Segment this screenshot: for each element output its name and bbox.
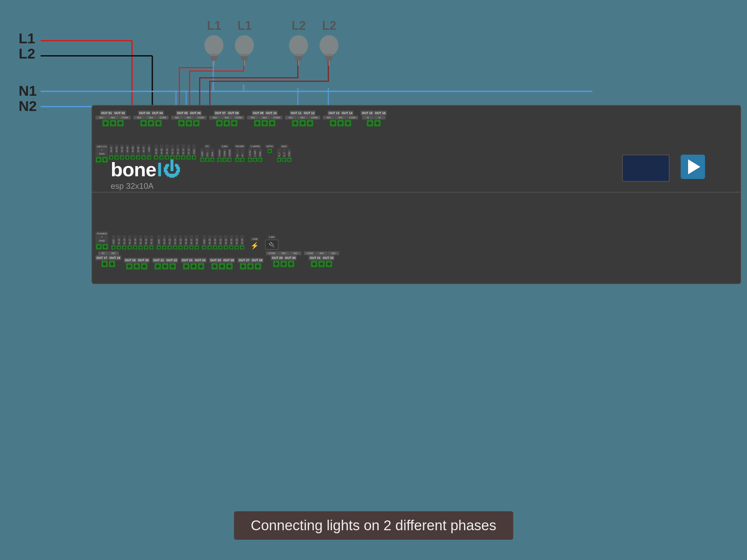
adc-group: ADC A_1 A_2 GND — [277, 144, 292, 162]
out-06-label: OUT 06 — [189, 111, 202, 115]
controller-box: OUT 01 OUT 02 NO NO COM OUT 03 — [91, 105, 741, 284]
out-04-label: OUT 04 — [151, 111, 164, 115]
i2c-group: I²C GND SCL SDA — [200, 144, 215, 162]
bulb-L1-2: L1 — [232, 19, 257, 66]
screw-group-03 — [140, 120, 162, 127]
in-pins-08-14: IN 08 IN 09 IN 10 IN 11 IN 12 IN 13 IN 1… — [154, 144, 196, 160]
caption-box: Connecting lights on 2 different phases — [234, 511, 513, 540]
top-output-section: OUT 01 OUT 02 NO NO COM OUT 03 — [92, 109, 741, 128]
no-label-1: NO — [95, 116, 107, 119]
svg-rect-23 — [295, 54, 302, 57]
label-L2: L2 — [19, 46, 35, 62]
in-pins-29-35: VDD IN 29 IN 30 IN 31 IN 32 IN 33 IN 34 … — [202, 235, 244, 250]
bulb-L2-1: L2 — [286, 19, 311, 66]
out-05-label: OUT 05 — [176, 111, 189, 115]
play-button[interactable] — [681, 155, 705, 179]
bulb-label-L1-2: L1 — [237, 19, 251, 33]
logo-bone: bone — [111, 158, 156, 181]
one-wire-group: 1-WIRE +3.5V 1-WR. GND — [248, 144, 263, 162]
no-label-3: NO — [133, 116, 145, 119]
in-pin-06: IN 06 — [136, 144, 140, 160]
bulb-L1-1: L1 — [201, 19, 227, 66]
gpio-group: GPIO — [265, 144, 274, 153]
out-group-03-04: OUT 03 OUT 04 NO NO COM — [133, 111, 169, 127]
out-group-25-26: OUT 25 OUT 26 — [209, 251, 235, 270]
logo-area: bone I ⏻ esp 32x10A — [111, 158, 180, 191]
svg-rect-20 — [242, 59, 247, 61]
bulb-L2-2: L2 — [316, 19, 342, 66]
label-N1: N1 — [19, 83, 37, 99]
svg-point-16 — [235, 35, 254, 55]
out-group-01-02: OUT 01 OUT 02 NO NO COM — [95, 111, 131, 127]
bulb-label-L2-2: L2 — [322, 19, 336, 33]
in-pins-22-28: VDD IN 22 IN 23 IN 24 IN 25 IN 26 IN 27 … — [156, 235, 199, 250]
out-group-05-06: OUT 05 OUT 06 NO NO COM — [171, 111, 206, 127]
svg-rect-14 — [211, 59, 217, 61]
power-group: POWER+GND — [95, 231, 108, 250]
out-group-09-10: OUT 09 OUT 10 NO NO COM — [247, 111, 282, 127]
in-pin-04: IN 04 — [125, 144, 130, 160]
label-N2: N2 — [19, 98, 37, 114]
svg-rect-32 — [326, 59, 332, 61]
out-group-17-18: IO NC OUT 17 OUT 18 — [95, 251, 121, 270]
play-icon — [688, 159, 700, 174]
logo-model: esp 32x10A — [111, 181, 180, 191]
middle-divider — [92, 192, 741, 193]
logo-power-icon: ⏻ — [163, 159, 180, 180]
svg-point-28 — [320, 35, 338, 55]
no-label-4: NO — [145, 116, 157, 119]
in-pin-01: IN 01 — [109, 144, 113, 160]
bulb-icon-1 — [201, 33, 227, 66]
no-label-2: NO — [107, 116, 119, 119]
oled-display — [622, 155, 669, 182]
in-pin-02: IN 02 — [114, 144, 119, 160]
output-label-row: OUT 01 OUT 02 NO NO COM OUT 03 — [95, 111, 737, 127]
out-group-07-08: OUT 07 OUT 08 NO NO COM — [209, 111, 244, 127]
in-pin-03: IN 03 — [119, 144, 124, 160]
svg-point-22 — [289, 35, 308, 55]
bottom-section: IO NC OUT 17 OUT 18 OUT 19 OUT 20 — [92, 216, 741, 284]
lan-port: LAN 🔌 — [265, 235, 279, 250]
out-group-13-14: OUT 13 OUT 14 NO NO COM — [323, 111, 358, 127]
top-terminal-strip — [91, 94, 747, 106]
usb-port: USB ⚡ — [250, 237, 259, 250]
bulb-label-L1-1: L1 — [207, 19, 221, 33]
svg-rect-26 — [296, 59, 301, 61]
out-group-31-32: COM NO NO OUT 31 OUT 32 — [304, 251, 339, 270]
logo-text: bone I ⏻ — [111, 158, 180, 181]
out-group-29-30: COM NO NO OUT 29 OUT 30 — [266, 251, 301, 270]
bulb-icon-4 — [316, 33, 342, 66]
out-03-label: OUT 03 — [138, 111, 151, 115]
svg-rect-17 — [241, 54, 248, 57]
in-pins-01-07: IN 01 IN 02 IN 03 IN 04 IN 05 IN 06 — [109, 144, 151, 160]
in-pins-15-21: VDD IN 15 IN 16 IN 17 IN 18 IN 19 IN 20 … — [111, 235, 154, 250]
vdd-pin-1: VDD — [147, 144, 151, 160]
svg-rect-11 — [211, 54, 217, 57]
bulb-icon-2 — [232, 33, 257, 66]
com-label-31: COM — [304, 251, 315, 255]
svg-rect-29 — [326, 54, 332, 57]
com-label-1: COM — [119, 116, 131, 119]
com-label-2: COM — [157, 116, 169, 119]
out-group-15-16: OUT 15 OUT 16 N N — [361, 111, 387, 127]
out-group-19-20: OUT 19 OUT 20 — [124, 251, 150, 270]
svg-point-10 — [204, 35, 223, 55]
out-01-label: OUT 01 — [100, 111, 113, 115]
bottom-input-section: POWER+GND VDD IN 15 IN 16 IN 17 IN 18 IN… — [95, 231, 737, 250]
out-group-23-24: OUT 23 OUT 24 — [181, 251, 206, 270]
out-group-11-12: OUT 11 OUT 12 NO NO COM — [285, 111, 320, 127]
can-group: CAN CANH CANL GNDB — [217, 144, 232, 162]
rs485-group: RS485 B+ A+ — [234, 144, 245, 162]
screw-group-01 — [102, 120, 124, 127]
com-label-29: COM — [266, 251, 278, 255]
out-02-label: OUT 02 — [113, 111, 126, 115]
bulb-label-L2-1: L2 — [291, 19, 306, 33]
in-pin-05: IN 05 — [130, 144, 135, 160]
logo-i: I — [157, 158, 162, 181]
inputs-group: INPUTS+GND — [95, 144, 108, 163]
out-group-21-22: OUT 21 OUT 22 — [152, 251, 178, 270]
label-L1: L1 — [19, 30, 35, 47]
in-pin-07: IN 07 — [141, 144, 146, 160]
bottom-output-labels: IO NC OUT 17 OUT 18 OUT 19 OUT 20 — [95, 251, 737, 270]
out-group-27-28: OUT 27 OUT 28 — [238, 251, 263, 270]
